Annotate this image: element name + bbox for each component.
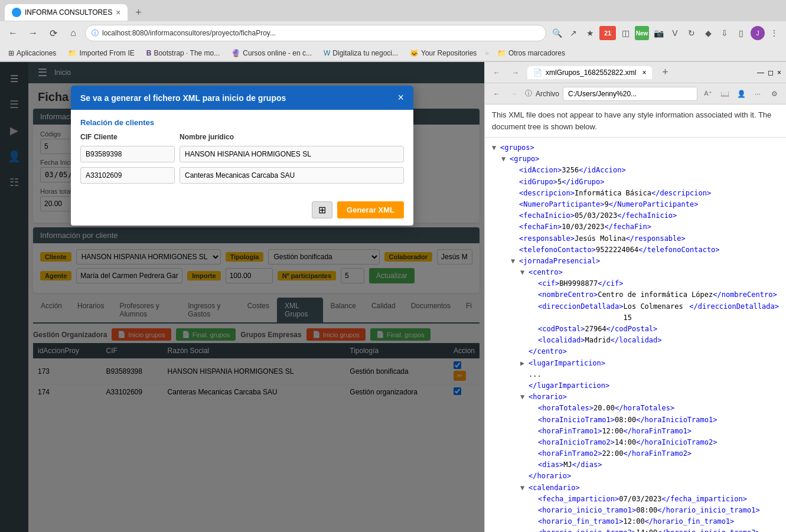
rp-addr-back[interactable]: ← [490, 87, 504, 101]
forward-button[interactable]: → [25, 25, 41, 41]
tag-responsable: <responsable> [519, 233, 575, 244]
phone-icon[interactable]: ▯ [734, 26, 748, 40]
bookmark-imported[interactable]: 📁 Imported From IE [64, 48, 138, 58]
tri-none9 [530, 278, 538, 289]
tab-close-button[interactable]: × [116, 8, 120, 17]
rp-address-text: C:/Users/Jenny%20... [568, 90, 637, 98]
triangle-cal1[interactable]: ▼ [520, 482, 529, 494]
tri-none23 [520, 471, 529, 482]
xml-line-hrft1: <horario_fin_tramo1>12:00</horario_fin_t… [492, 516, 779, 527]
bookmark-bootstrap[interactable]: B Bootstrap · The mo... [143, 48, 224, 58]
val-responsable: Jesús Molina [575, 233, 626, 244]
xml-line-horat: <horaTotales>20.00</horaTotales> [492, 403, 779, 414]
address-box[interactable]: ⓘ localhost:8080/informaconsultores/proy… [85, 25, 546, 41]
input-modal-cif-2[interactable] [80, 167, 175, 184]
refresh-icon[interactable]: ↻ [684, 26, 699, 40]
tri-none13 [530, 335, 538, 346]
val-nombrecent: Centro de informática López [598, 289, 713, 301]
user-avatar[interactable]: J [751, 26, 765, 40]
triangle-horario[interactable]: ▼ [520, 391, 529, 403]
btn-modal-icon[interactable]: ⊞ [312, 201, 332, 218]
input-modal-cif-1[interactable] [80, 146, 175, 162]
tag-horait2: <horaInicioTramo2> [538, 437, 615, 448]
browser-tab-active[interactable]: INFORMA CONSULTORES × [5, 4, 128, 21]
rp-close[interactable]: × [777, 68, 781, 77]
tag-cif-close: </cif> [598, 278, 623, 289]
rp-settings[interactable]: ⚙ [767, 87, 781, 101]
xml-line-fechafin: <fechaFin>10/03/2023</fechaFin> [492, 221, 779, 233]
triangle-grupo[interactable]: ▼ [501, 154, 510, 165]
home-button[interactable]: ⌂ [65, 25, 81, 41]
bookmark-otros[interactable]: 📁 Otros marcadores [494, 48, 569, 58]
menu-dots[interactable]: ⋮ [767, 26, 781, 40]
bookmark-star-icon[interactable]: ★ [583, 26, 597, 40]
rp-tab-close[interactable]: × [642, 68, 646, 77]
val-fechainicio: 05/03/2023 [575, 210, 617, 221]
tag-descripcion-close: </descripcion> [651, 188, 711, 199]
rp-person[interactable]: 👤 [734, 87, 748, 101]
xml-line-hrit1: <horario_inicio_tramo1>08:00</horario_in… [492, 505, 779, 516]
tag-fecha-imp: <fecha_imparticion> [538, 494, 619, 505]
triangle-lugar[interactable]: ▶ [520, 358, 529, 369]
tri-none25 [530, 505, 538, 516]
content-split: ☰ ☰ ▶ 👤 ☷ ☰ Inicio Ficha Proyecto [0, 62, 786, 532]
tag-fechafin-close: </fechaFin> [605, 221, 651, 233]
btn-generar-xml[interactable]: Generar XML [337, 201, 404, 218]
rp-address-box[interactable]: C:/Users/Jenny%20... [563, 87, 697, 101]
triangle-grupos[interactable]: ▼ [492, 142, 500, 154]
rp-back-btn[interactable]: ← [490, 66, 504, 80]
new-badge[interactable]: New [635, 26, 649, 40]
input-modal-nombre-2[interactable] [180, 167, 404, 184]
download-icon[interactable]: ⇩ [717, 26, 732, 40]
input-modal-nombre-1[interactable] [180, 146, 404, 162]
tag-fechainicio-close: </fechaInicio> [617, 210, 677, 221]
search-icon[interactable]: 🔍 [550, 26, 564, 40]
tri-none18 [530, 414, 538, 426]
rp-font-size[interactable]: A⁺ [701, 87, 715, 101]
tag-hrft1: <horario_fin_tramo1> [538, 516, 624, 527]
bookmark-cursos[interactable]: 🔮 Cursos online - en c... [228, 48, 315, 58]
ext-icon2[interactable]: ◫ [618, 26, 632, 40]
rp-addr-forward[interactable]: → [507, 87, 521, 101]
bookmark-apps[interactable]: ⊞ Aplicaciones [5, 48, 60, 58]
apps-icon: ⊞ [8, 49, 14, 57]
tag-nombrecent-close: </nombreCentro> [713, 289, 777, 301]
share-icon[interactable]: ↗ [566, 26, 580, 40]
tag-hrft1-close: </horario_fin_tramo1> [645, 516, 735, 527]
tag-idaccion: <idAccion> [519, 165, 562, 176]
xml-line-codpostal: <codPostal>27964</codPostal> [492, 324, 779, 335]
triangle-jornada[interactable]: ▼ [511, 256, 519, 267]
camera-icon[interactable]: 📷 [651, 26, 666, 40]
ext-v-icon[interactable]: V [668, 26, 682, 40]
tri-none27 [530, 527, 538, 532]
bookmark-github[interactable]: 🐱 Your Repositories [406, 48, 480, 58]
ext-icon3[interactable]: ◆ [701, 26, 715, 40]
rp-restore[interactable]: ◻ [768, 68, 774, 77]
tri-none16 [520, 380, 529, 391]
reload-button[interactable]: ⟳ [45, 25, 61, 41]
tab-favicon [12, 8, 21, 17]
xml-line-jornada: ▼ <jornadaPresencial> [492, 256, 779, 267]
tri-none11 [530, 301, 538, 312]
rp-reader[interactable]: 📖 [717, 87, 732, 101]
val-dias: MJ [563, 459, 572, 471]
rp-tab[interactable]: 📄 xmlGrupos_1682552822.xml × [527, 66, 652, 79]
bookmark-digitaliza[interactable]: W Digitaliza tu negoci... [320, 48, 402, 58]
rp-minimize[interactable]: — [757, 68, 764, 77]
tri-none14 [520, 346, 529, 357]
otros-folder-icon: 📁 [497, 49, 506, 57]
tri-none7 [511, 233, 519, 244]
modal-close-button[interactable]: × [397, 92, 404, 104]
back-button[interactable]: ← [5, 25, 21, 41]
extension-badge[interactable]: 21 [599, 26, 616, 40]
xml-line-horait2: <horaInicioTramo2>14:00</horaInicioTramo… [492, 437, 779, 448]
tri-none8 [511, 244, 519, 256]
val-idgrupo: 5 [557, 177, 562, 188]
new-tab-button[interactable]: + [130, 4, 146, 21]
xml-line-horait1: <horaInicioTramo1>08:00</horaInicioTramo… [492, 414, 779, 426]
rp-forward-btn[interactable]: → [508, 66, 523, 80]
rp-new-tab[interactable]: + [657, 64, 673, 81]
triangle-centro[interactable]: ▼ [520, 267, 529, 278]
right-panel: ← → 📄 xmlGrupos_1682552822.xml × + — ◻ ×… [484, 62, 786, 532]
rp-menu[interactable]: ··· [751, 87, 765, 101]
